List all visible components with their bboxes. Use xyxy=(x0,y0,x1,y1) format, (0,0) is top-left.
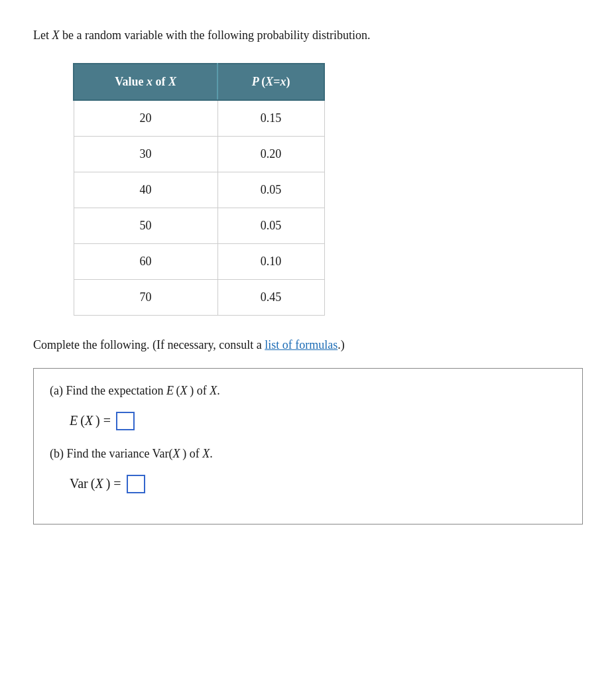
intro-paragraph: Let X be a random variable with the foll… xyxy=(33,27,583,44)
list-of-formulas-link[interactable]: list of formulas xyxy=(265,338,338,351)
cell-value-3: 40 xyxy=(74,172,217,208)
variance-input[interactable] xyxy=(127,475,145,493)
probability-table-container: Value x of X P (X=x) 20 0.15 30 0.20 40 … xyxy=(73,63,583,316)
table-header-row: Value x of X P (X=x) xyxy=(74,64,324,100)
table-row: 50 0.05 xyxy=(74,208,324,244)
part-a-label: (a) Find the expectation E (X ) of X. xyxy=(50,382,566,400)
table-row: 40 0.05 xyxy=(74,172,324,208)
variable-x: X xyxy=(52,29,60,42)
probability-table: Value x of X P (X=x) 20 0.15 30 0.20 40 … xyxy=(73,63,325,316)
variance-equation: Var (X ) = xyxy=(70,475,566,493)
expectation-input[interactable] xyxy=(116,412,135,430)
complete-paragraph: Complete the following. (If necessary, c… xyxy=(33,336,583,355)
cell-prob-2: 0.20 xyxy=(217,137,324,172)
answer-box: (a) Find the expectation E (X ) of X. E … xyxy=(33,368,583,525)
cell-prob-1: 0.15 xyxy=(217,100,324,137)
cell-value-2: 30 xyxy=(74,137,217,172)
table-row: 60 0.10 xyxy=(74,244,324,280)
cell-prob-5: 0.10 xyxy=(217,244,324,280)
table-row: 30 0.20 xyxy=(74,137,324,172)
expectation-label: E (X ) = xyxy=(70,413,111,428)
part-b-label: (b) Find the variance Var(X ) of X. xyxy=(50,445,566,463)
cell-value-1: 20 xyxy=(74,100,217,137)
cell-value-6: 70 xyxy=(74,280,217,316)
cell-prob-6: 0.45 xyxy=(217,280,324,316)
cell-prob-4: 0.05 xyxy=(217,208,324,244)
cell-value-5: 60 xyxy=(74,244,217,280)
complete-prefix: Complete the following. (If necessary, c… xyxy=(33,338,265,351)
table-row: 70 0.45 xyxy=(74,280,324,316)
variance-label: Var (X ) = xyxy=(70,476,121,491)
cell-prob-3: 0.05 xyxy=(217,172,324,208)
cell-value-4: 50 xyxy=(74,208,217,244)
col-header-prob: P (X=x) xyxy=(217,64,324,100)
table-row: 20 0.15 xyxy=(74,100,324,137)
expectation-equation: E (X ) = xyxy=(70,412,566,430)
complete-suffix: .) xyxy=(338,338,345,351)
col-header-value: Value x of X xyxy=(74,64,217,100)
